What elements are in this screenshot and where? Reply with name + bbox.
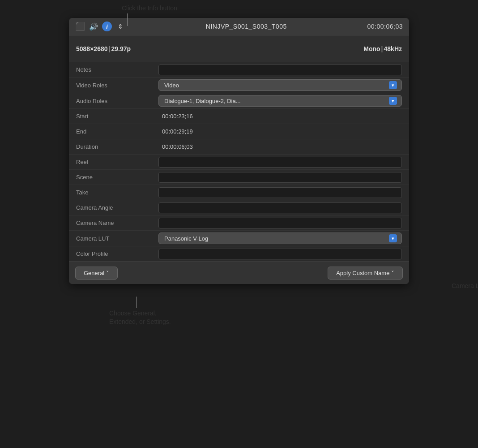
- value-end: 00:00:29;19: [158, 128, 409, 135]
- label-end: End: [69, 128, 158, 135]
- input-notes[interactable]: [158, 65, 402, 75]
- speaker-icon[interactable]: 🔊: [89, 22, 98, 31]
- video-roles-value: Video: [164, 82, 385, 89]
- dropdown-video-roles[interactable]: Video ▾: [158, 79, 402, 91]
- label-reel: Reel: [69, 159, 158, 165]
- prop-row-scene: Scene: [69, 170, 409, 185]
- input-reel[interactable]: [158, 157, 402, 168]
- timecode: 00:00:06;03: [367, 23, 403, 30]
- label-color-profile: Color Profile: [69, 250, 158, 257]
- sample-rate: 48kHz: [384, 45, 402, 52]
- apply-custom-name-label: Apply Custom Name ˅: [336, 270, 394, 276]
- input-camera-angle[interactable]: [158, 202, 402, 213]
- general-button-label: General ˅: [84, 270, 109, 276]
- prop-row-audio-roles: Audio Roles Dialogue-1, Dialogue-2, Dia.…: [69, 93, 409, 109]
- toolbar-icons: ⬛ 🔊 i ⇕: [75, 22, 125, 31]
- prop-row-start: Start 00:00:23;16: [69, 109, 409, 124]
- video-roles-chevron: ▾: [389, 81, 397, 89]
- apply-custom-name-button[interactable]: Apply Custom Name ˅: [328, 267, 403, 280]
- callout-camera-lut-text: Camera LUT setting: [452, 282, 478, 289]
- label-video-roles: Video Roles: [69, 82, 158, 89]
- prop-row-duration: Duration 00:00:06;03: [69, 139, 409, 155]
- label-scene: Scene: [69, 174, 158, 181]
- callout-top: Click the Info button.: [122, 4, 179, 12]
- label-start: Start: [69, 113, 158, 120]
- input-scene[interactable]: [158, 172, 402, 183]
- film-icon[interactable]: ⬛: [75, 22, 85, 31]
- callout-line: [435, 286, 448, 286]
- label-audio-roles: Audio Roles: [69, 98, 158, 104]
- audio-mode: Mono: [363, 45, 380, 52]
- label-take: Take: [69, 189, 158, 196]
- input-take[interactable]: [158, 187, 402, 198]
- prop-row-take: Take: [69, 185, 409, 200]
- resolution-width: 5088: [76, 45, 90, 52]
- prop-row-color-profile: Color Profile: [69, 246, 409, 262]
- audio-roles-chevron: ▾: [389, 97, 397, 105]
- main-wrapper: Click the Info button. ⬛ 🔊 i ⇕ NINJVP_S0…: [69, 18, 409, 284]
- prop-row-notes: Notes: [69, 62, 409, 78]
- prop-row-video-roles: Video Roles Video ▾: [69, 78, 409, 93]
- framerate: 29.97p: [111, 45, 131, 52]
- prop-row-end: End 00:00:29;19: [69, 124, 409, 139]
- camera-lut-chevron: ▾: [389, 234, 397, 242]
- camera-lut-value: Panasonic V-Log: [164, 235, 385, 242]
- dropdown-audio-roles[interactable]: Dialogue-1, Dialogue-2, Dia... ▾: [158, 95, 402, 107]
- label-camera-name: Camera Name: [69, 220, 158, 226]
- audio-roles-value: Dialogue-1, Dialogue-2, Dia...: [164, 98, 385, 104]
- transform-icon[interactable]: ⇕: [115, 22, 125, 31]
- pipe-1: |: [109, 45, 111, 52]
- label-camera-lut: Camera LUT: [69, 235, 158, 242]
- audio-info: Mono|48kHz: [363, 45, 402, 52]
- general-button[interactable]: General ˅: [75, 267, 118, 280]
- label-camera-angle: Camera Angle: [69, 204, 158, 211]
- prop-row-camera-angle: Camera Angle: [69, 200, 409, 215]
- prop-row-camera-lut: Camera LUT Panasonic V-Log ▾: [69, 231, 409, 246]
- value-start: 00:00:23;16: [158, 113, 409, 120]
- info-button[interactable]: i: [102, 22, 112, 31]
- footer: General ˅ Apply Custom Name ˅: [69, 262, 409, 284]
- info-panel: ⬛ 🔊 i ⇕ NINJVP_S001_S003_T005 00:00:06;0…: [69, 18, 409, 284]
- callout-camera-lut: Camera LUT setting: [435, 282, 478, 289]
- label-notes: Notes: [69, 66, 158, 73]
- dropdown-camera-lut[interactable]: Panasonic V-Log ▾: [158, 233, 402, 244]
- label-duration: Duration: [69, 143, 158, 150]
- prop-row-camera-name: Camera Name: [69, 215, 409, 231]
- input-camera-name[interactable]: [158, 218, 402, 228]
- media-info-bar: 5088×2680|29.97p Mono|48kHz: [69, 35, 409, 62]
- properties-list: Notes Video Roles Video ▾ Audio Roles Di…: [69, 62, 409, 262]
- prop-row-reel: Reel: [69, 155, 409, 170]
- clip-title: NINJVP_S001_S003_T005: [130, 23, 363, 30]
- resolution-height: 2680: [94, 45, 107, 52]
- toolbar: ⬛ 🔊 i ⇕ NINJVP_S001_S003_T005 00:00:06;0…: [69, 18, 409, 35]
- callout-bottom: Choose General,Extended, or Settings.: [109, 309, 171, 327]
- pipe-2: |: [381, 45, 383, 52]
- value-duration: 00:00:06;03: [158, 143, 409, 150]
- callout-bottom-text: Choose General,Extended, or Settings.: [109, 310, 171, 326]
- resolution-info: 5088×2680|29.97p: [76, 45, 131, 52]
- input-color-profile[interactable]: [158, 249, 402, 259]
